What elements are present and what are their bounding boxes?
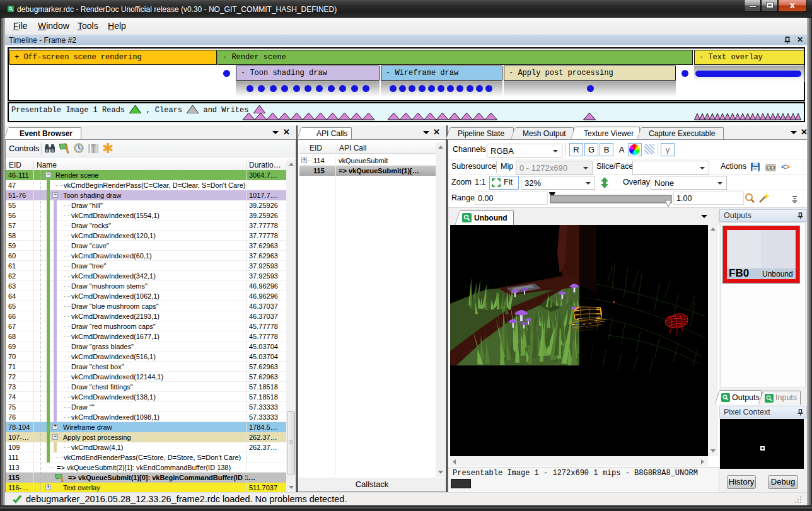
svg-text:>: > [786, 163, 790, 172]
